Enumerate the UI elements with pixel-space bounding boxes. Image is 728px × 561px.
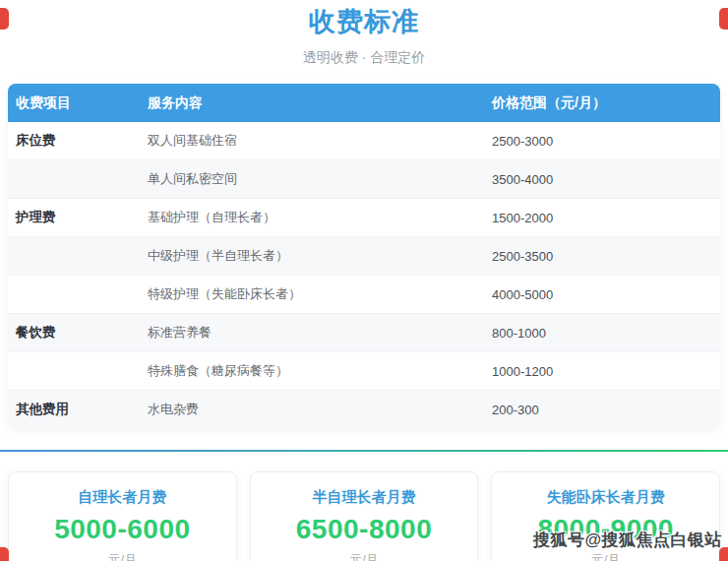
cell-service: 中级护理（半自理长者） [148, 247, 492, 265]
cell-service: 标准营养餐 [148, 324, 492, 342]
table-row: 中级护理（半自理长者） 2500-3500 [8, 236, 720, 275]
cell-service: 双人间基础住宿 [148, 132, 492, 150]
table-body: 床位费 双人间基础住宿 2500-3000 单人间私密空间 3500-4000 … [8, 122, 720, 428]
card-label: 半自理长者月费 [251, 489, 478, 505]
cell-price: 1500-2000 [492, 211, 720, 225]
cell-price: 2500-3500 [492, 249, 720, 264]
card-unit: 元/月 [9, 553, 236, 561]
table-row: 特殊膳食（糖尿病餐等） 1000-1200 [8, 351, 720, 390]
table-row: 床位费 双人间基础住宿 2500-3000 [8, 122, 720, 159]
table-row: 其他费用 水电杂费 200-300 [8, 390, 720, 428]
cell-service: 水电杂费 [148, 401, 492, 418]
cell-price: 4000-5000 [492, 287, 720, 302]
cell-category: 床位费 [16, 132, 148, 150]
table-row: 护理费 基础护理（自理长者） 1500-2000 [8, 198, 720, 236]
cell-service: 单人间私密空间 [148, 170, 492, 188]
cell-service: 基础护理（自理长者） [148, 209, 492, 226]
cell-category: 餐饮费 [16, 324, 148, 342]
card-unit: 元/月 [492, 553, 719, 561]
cell-service: 特殊膳食（糖尿病餐等） [148, 362, 492, 380]
cell-price: 1000-1200 [492, 364, 720, 379]
fee-table: 收费项目 服务内容 价格范围（元/月） 床位费 双人间基础住宿 2500-300… [8, 84, 720, 428]
header-cell-service: 服务内容 [148, 94, 492, 112]
card-label: 自理长者月费 [9, 489, 236, 505]
summary-card: 自理长者月费 5000-6000 元/月 [8, 471, 237, 561]
gradient-divider [0, 450, 728, 452]
summary-card: 半自理长者月费 6500-8000 元/月 [250, 471, 479, 561]
cell-price: 2500-3000 [492, 134, 720, 149]
table-header-row: 收费项目 服务内容 价格范围（元/月） [8, 84, 720, 122]
card-price: 6500-8000 [251, 515, 478, 544]
watermark: 搜狐号@搜狐焦点白银站 [533, 529, 722, 551]
cell-price: 800-1000 [492, 326, 720, 341]
card-unit: 元/月 [251, 553, 478, 561]
cell-service: 特级护理（失能卧床长者） [148, 285, 492, 303]
card-price: 5000-6000 [9, 515, 236, 544]
table-row: 特级护理（失能卧床长者） 4000-5000 [8, 275, 720, 313]
header-cell-price: 价格范围（元/月） [492, 94, 720, 112]
page-subtitle: 透明收费 · 合理定价 [0, 50, 728, 65]
cell-price: 200-300 [492, 403, 720, 417]
cell-category: 护理费 [16, 209, 148, 226]
corner-mark-bottom-left [0, 547, 9, 561]
table-row: 单人间私密空间 3500-4000 [8, 159, 720, 198]
card-label: 失能卧床长者月费 [492, 489, 719, 505]
corner-mark-top-right [719, 8, 728, 30]
corner-mark-top-left [0, 8, 9, 30]
table-row: 餐饮费 标准营养餐 800-1000 [8, 313, 720, 351]
corner-mark-bottom-right [719, 547, 728, 561]
cell-category: 其他费用 [16, 401, 148, 418]
cell-price: 3500-4000 [492, 172, 720, 187]
header-cell-category: 收费项目 [16, 94, 148, 112]
page-title: 收费标准 [0, 0, 728, 35]
